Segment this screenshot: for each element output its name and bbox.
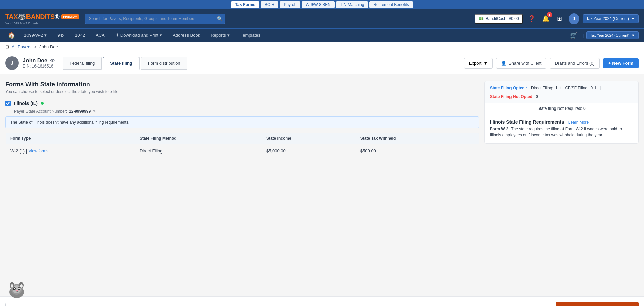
breadcrumb-all-payers[interactable]: All Payers bbox=[12, 44, 32, 49]
form-count: (1) bbox=[19, 148, 25, 154]
cfsf-label: CF/SF Filing: bbox=[565, 86, 588, 90]
payer-name: John Doe 👁 bbox=[23, 58, 55, 64]
cfsf-info-icon[interactable]: ℹ bbox=[595, 86, 596, 90]
col-filing-method: State Filing Method bbox=[135, 133, 262, 144]
chevron-down-icon: ▾ bbox=[44, 33, 47, 38]
tab-state-filing[interactable]: State filing bbox=[103, 57, 139, 70]
tax-withheld-cell: $500.00 bbox=[356, 144, 479, 158]
raccoon-mascot bbox=[7, 279, 27, 299]
not-required-value: 0 bbox=[583, 106, 586, 111]
state-label-illinois: Illinois (IL) bbox=[14, 101, 38, 106]
apps-button[interactable]: ⊞ bbox=[554, 13, 565, 24]
tab-federal-filing[interactable]: Federal filing bbox=[63, 57, 102, 70]
account-number-value: 12-9999999 bbox=[69, 109, 91, 114]
nav-address-book[interactable]: Address Book bbox=[168, 30, 205, 40]
export-button[interactable]: Export ▼ bbox=[464, 58, 493, 69]
breadcrumb-payers-icon: ⊞ bbox=[5, 44, 9, 49]
edit-icon[interactable]: ✎ bbox=[93, 109, 96, 114]
user-avatar[interactable]: J bbox=[569, 13, 579, 24]
tax-year-label: Tax Year 2024 (Current) bbox=[586, 16, 629, 21]
filing-method-cell: Direct Filing bbox=[135, 144, 262, 158]
top-navigation: Tax Forms BOIR Payroll W-9/W-8 BEN TIN M… bbox=[0, 0, 644, 9]
top-nav-w9-w8-ben[interactable]: W-9/W-8 BEN bbox=[302, 1, 335, 8]
table-row: W-2 (1) | View forms Direct Filing $5,00… bbox=[6, 144, 479, 158]
share-icon: 👤 bbox=[501, 61, 506, 66]
top-nav-tin-matching[interactable]: TIN Matching bbox=[336, 1, 368, 8]
table-header-row: Form Type State Filing Method State Inco… bbox=[6, 133, 479, 144]
continue-button[interactable]: Continue to Form distribution bbox=[556, 302, 639, 306]
col-tax-withheld: State Tax Withheld bbox=[356, 133, 479, 144]
header-bar: TAX🦝BANDITS® PREMIUM Your 1099 & W2 Expe… bbox=[0, 9, 644, 28]
tax-year-selector[interactable]: Tax Year 2024 (Current) ▼ bbox=[583, 14, 639, 23]
svg-point-8 bbox=[18, 288, 20, 289]
tab-form-distribution[interactable]: Form distribution bbox=[141, 57, 187, 70]
logo-bandits: BANDITS bbox=[26, 13, 55, 20]
form-type-cell: W-2 (1) | View forms bbox=[6, 144, 135, 158]
state-notice: The State of Illinois doesn't have any a… bbox=[5, 116, 479, 128]
separator: | bbox=[581, 33, 585, 38]
tax-year-selector-nav[interactable]: Tax Year 2024 (Current) ▼ bbox=[586, 31, 639, 39]
search-icon[interactable]: 🔍 bbox=[217, 16, 223, 21]
chevron-down-icon: ▾ bbox=[227, 33, 230, 38]
chevron-down-icon: ▼ bbox=[631, 33, 635, 37]
bottom-actions: < Back Continue to Form distribution bbox=[0, 296, 644, 306]
not-opted-value: 0 bbox=[536, 94, 538, 99]
payer-tabs: Federal filing State filing Form distrib… bbox=[63, 57, 189, 70]
nav-reports[interactable]: Reports ▾ bbox=[206, 30, 234, 40]
nav-1042[interactable]: 1042 bbox=[70, 30, 90, 40]
cart-button[interactable]: 🛒 bbox=[567, 30, 580, 40]
help-button[interactable]: ❓ bbox=[526, 13, 537, 24]
top-nav-payroll[interactable]: Payroll bbox=[280, 1, 300, 8]
payer-avatar: J bbox=[5, 56, 19, 70]
breadcrumb: ⊞ All Payers > John Doe bbox=[0, 42, 644, 52]
form-w2-label: Form W-2: bbox=[490, 127, 510, 131]
state-filing-opted-label: State Filing Opted : bbox=[490, 86, 527, 90]
home-button[interactable]: 🏠 bbox=[5, 30, 18, 40]
tax-year-nav-label: Tax Year 2024 (Current) bbox=[590, 33, 629, 37]
breadcrumb-separator: > bbox=[34, 44, 37, 49]
direct-filing-info-icon[interactable]: ℹ bbox=[559, 86, 561, 90]
nav-templates[interactable]: Templates bbox=[236, 30, 265, 40]
new-form-button[interactable]: + New Form bbox=[603, 58, 639, 68]
state-checkbox-illinois[interactable] bbox=[5, 101, 11, 106]
notifications-button[interactable]: 🔔 3 bbox=[540, 13, 551, 24]
chevron-down-icon: ▾ bbox=[160, 33, 162, 38]
logo-area: TAX🦝BANDITS® PREMIUM Your 1099 & W2 Expe… bbox=[5, 13, 79, 25]
payer-ein: EIN: 16-1616516 bbox=[23, 64, 55, 69]
back-button[interactable]: < Back bbox=[5, 303, 30, 306]
top-nav-retirement-benefits[interactable]: Retirement Benefits bbox=[369, 1, 413, 8]
direct-filing-stat: Direct Filing: 1 ℹ bbox=[531, 86, 561, 90]
nav-94x[interactable]: 94x bbox=[53, 30, 69, 40]
search-input[interactable] bbox=[85, 14, 225, 24]
drafts-and-errors-button[interactable]: Drafts and Errors (0) bbox=[550, 58, 599, 69]
col-state-income: State Income bbox=[262, 133, 356, 144]
nav-reports-label: Reports bbox=[211, 33, 226, 38]
not-required-label: State filing Not Required: bbox=[537, 106, 582, 111]
premium-badge: PREMIUM bbox=[61, 14, 79, 19]
breadcrumb-current: John Doe bbox=[39, 44, 58, 49]
forms-table: Form Type State Filing Method State Inco… bbox=[5, 132, 479, 158]
payer-actions: Export ▼ 👤 Share with Client Drafts and … bbox=[464, 58, 639, 69]
chevron-down-icon: ▼ bbox=[483, 61, 488, 66]
requirements-description: Form W-2: The state requires the filing … bbox=[490, 126, 633, 138]
svg-point-7 bbox=[14, 288, 15, 289]
nav-1099-w2[interactable]: 1099/W-2 ▾ bbox=[19, 30, 51, 40]
top-nav-boir[interactable]: BOIR bbox=[261, 1, 278, 8]
not-opted-label: State Filing Not Opted: bbox=[490, 94, 534, 99]
logo-text: TAX🦝BANDITS® bbox=[5, 13, 59, 21]
visibility-icon[interactable]: 👁 bbox=[50, 58, 55, 63]
share-with-client-button[interactable]: 👤 Share with Client bbox=[496, 58, 546, 69]
nav-download-print[interactable]: ⬇ Download and Print ▾ bbox=[111, 30, 167, 40]
view-forms-link[interactable]: View forms bbox=[29, 149, 48, 154]
top-nav-tax-forms[interactable]: Tax Forms bbox=[231, 1, 259, 8]
payer-header: J John Doe 👁 EIN: 16-1616516 Federal fil… bbox=[0, 52, 644, 74]
state-active-indicator bbox=[41, 102, 44, 105]
col-form-type: Form Type bbox=[6, 133, 135, 144]
state-income-cell: $5,000.00 bbox=[262, 144, 356, 158]
direct-filing-label: Direct Filing: bbox=[531, 86, 553, 90]
learn-more-link[interactable]: Learn More bbox=[568, 120, 589, 125]
svg-point-9 bbox=[16, 290, 18, 291]
nav-download-print-label: Download and Print bbox=[120, 33, 158, 38]
nav-aca[interactable]: ACA bbox=[91, 30, 109, 40]
bandit-cash-button[interactable]: 💵 BanditCash: $0.00 bbox=[475, 14, 523, 24]
